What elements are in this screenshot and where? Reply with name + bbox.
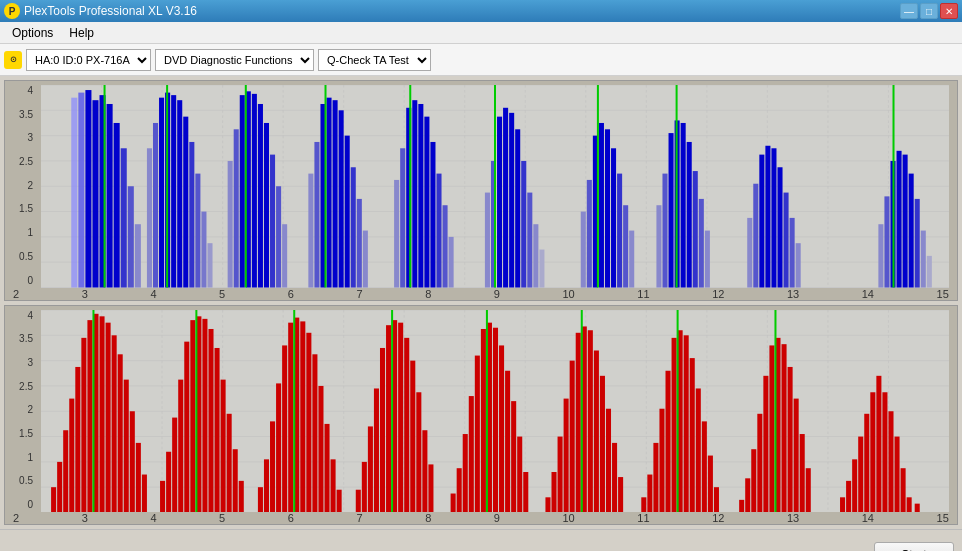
svg-rect-259 <box>751 449 756 512</box>
x-labels-top: 2 3 4 5 6 7 8 9 10 11 12 13 14 15 <box>5 288 957 300</box>
svg-rect-31 <box>121 148 127 287</box>
svg-rect-84 <box>509 113 514 288</box>
function-dropdown[interactable]: DVD Diagnostic Functions <box>155 49 314 71</box>
svg-rect-201 <box>356 489 361 512</box>
minimize-button[interactable]: — <box>900 3 918 19</box>
svg-rect-282 <box>915 503 920 512</box>
svg-rect-124 <box>903 155 908 288</box>
svg-rect-274 <box>864 413 869 512</box>
svg-rect-271 <box>846 480 851 512</box>
y-label-top-4: 4 <box>27 85 33 96</box>
svg-rect-117 <box>784 193 789 288</box>
svg-rect-126 <box>915 199 920 288</box>
test-dropdown[interactable]: Q-Check TA Test <box>318 49 431 71</box>
svg-rect-243 <box>641 497 646 512</box>
svg-rect-267 <box>800 434 805 512</box>
svg-rect-183 <box>233 449 238 512</box>
svg-rect-262 <box>769 345 774 512</box>
chart-bottom: 4 3.5 3 2.5 2 1.5 1 0.5 0 <box>4 305 958 526</box>
svg-rect-107 <box>693 171 698 287</box>
svg-rect-160 <box>87 320 92 512</box>
svg-rect-36 <box>153 123 158 288</box>
svg-rect-261 <box>763 375 768 512</box>
svg-rect-125 <box>909 174 914 288</box>
svg-rect-208 <box>398 322 403 512</box>
svg-rect-165 <box>118 354 123 512</box>
y-label-top-0: 0 <box>27 275 33 286</box>
svg-rect-27 <box>92 100 98 287</box>
svg-rect-232 <box>564 398 569 512</box>
svg-rect-186 <box>258 487 263 512</box>
svg-rect-227 <box>523 472 528 513</box>
svg-rect-211 <box>416 392 421 512</box>
svg-rect-218 <box>469 396 474 512</box>
svg-rect-184 <box>239 480 244 512</box>
maximize-button[interactable]: □ <box>920 3 938 19</box>
svg-rect-194 <box>306 332 311 512</box>
svg-rect-77 <box>443 205 448 287</box>
svg-rect-97 <box>617 174 622 288</box>
svg-rect-106 <box>687 142 692 288</box>
svg-rect-155 <box>57 461 62 512</box>
svg-rect-105 <box>681 123 686 288</box>
svg-rect-193 <box>300 321 305 512</box>
svg-rect-245 <box>653 442 658 512</box>
svg-rect-76 <box>436 174 441 288</box>
svg-rect-87 <box>527 193 532 288</box>
svg-rect-99 <box>629 231 634 288</box>
app-icon: P <box>4 3 20 19</box>
svg-rect-45 <box>207 243 212 287</box>
svg-rect-198 <box>331 459 336 512</box>
svg-rect-52 <box>258 104 263 288</box>
svg-rect-270 <box>840 497 845 512</box>
svg-rect-251 <box>690 358 695 512</box>
svg-rect-102 <box>662 174 667 288</box>
svg-rect-205 <box>380 347 385 512</box>
svg-rect-206 <box>386 325 391 512</box>
y-label-top-3: 3 <box>27 132 33 143</box>
svg-rect-164 <box>112 335 117 512</box>
svg-rect-63 <box>339 110 344 287</box>
svg-rect-229 <box>545 497 550 512</box>
svg-rect-222 <box>493 327 498 512</box>
svg-rect-277 <box>882 392 887 512</box>
svg-rect-67 <box>363 231 368 288</box>
svg-rect-223 <box>499 345 504 512</box>
svg-rect-166 <box>124 379 129 512</box>
svg-rect-51 <box>252 94 257 288</box>
menu-options[interactable]: Options <box>4 24 61 42</box>
svg-rect-210 <box>410 360 415 512</box>
svg-rect-58 <box>308 174 313 288</box>
svg-rect-237 <box>594 350 599 512</box>
y-label-top-15: 1.5 <box>19 203 33 214</box>
svg-rect-47 <box>228 161 233 288</box>
svg-rect-114 <box>765 146 770 288</box>
svg-rect-225 <box>511 401 516 512</box>
svg-rect-75 <box>430 142 435 288</box>
start-button[interactable]: Start <box>874 542 954 552</box>
svg-rect-154 <box>51 487 56 512</box>
svg-rect-238 <box>600 375 605 512</box>
chart-svg-top <box>41 85 949 288</box>
menu-help[interactable]: Help <box>61 24 102 42</box>
svg-rect-123 <box>897 151 902 288</box>
svg-rect-109 <box>705 231 710 288</box>
svg-rect-112 <box>753 184 758 288</box>
svg-rect-167 <box>130 411 135 512</box>
svg-rect-209 <box>404 337 409 512</box>
svg-rect-54 <box>270 155 275 288</box>
svg-rect-272 <box>852 459 857 512</box>
svg-rect-215 <box>451 493 456 512</box>
svg-rect-224 <box>505 370 510 512</box>
svg-rect-276 <box>876 375 881 512</box>
svg-rect-158 <box>75 366 80 512</box>
svg-rect-212 <box>422 430 427 512</box>
title-bar-buttons: — □ ✕ <box>900 3 958 19</box>
close-button[interactable]: ✕ <box>940 3 958 19</box>
svg-rect-234 <box>576 332 581 512</box>
svg-rect-163 <box>106 322 111 512</box>
svg-rect-169 <box>142 474 147 512</box>
device-dropdown[interactable]: HA:0 ID:0 PX-716A <box>26 49 151 71</box>
svg-rect-191 <box>288 322 293 512</box>
chart-area-top <box>41 85 949 288</box>
